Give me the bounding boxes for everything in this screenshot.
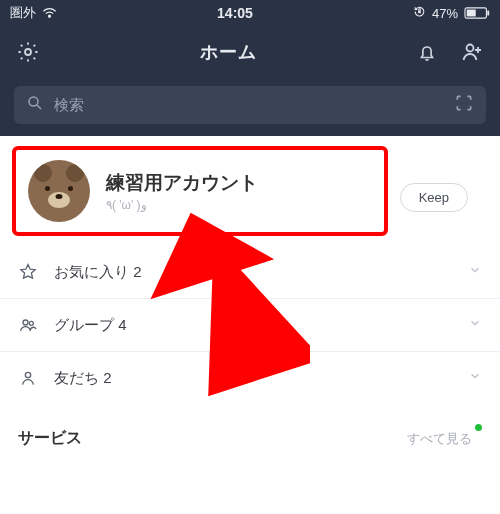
chevron-down-icon [468, 369, 482, 387]
row-groups[interactable]: グループ 4 [0, 299, 500, 352]
search-icon [26, 94, 44, 116]
status-time: 14:05 [217, 5, 253, 21]
svg-rect-1 [418, 10, 421, 13]
search-input[interactable]: 検索 [14, 86, 486, 124]
service-see-all[interactable]: すべて見る [407, 430, 482, 448]
home-list: お気に入り 2 グループ 4 友だち 2 [0, 246, 500, 404]
profile-status-msg: ٩( 'ω' )و [106, 198, 372, 212]
avatar [28, 160, 90, 222]
status-bar: 圏外 14:05 47% [0, 0, 500, 26]
friend-icon [18, 368, 40, 388]
carrier-text: 圏外 [10, 4, 36, 22]
settings-button[interactable] [16, 40, 40, 64]
row-label: 友だち 2 [54, 369, 454, 388]
status-right: 47% [413, 5, 490, 21]
row-friends[interactable]: 友だち 2 [0, 352, 500, 404]
see-all-label: すべて見る [407, 431, 472, 446]
row-label: グループ 4 [54, 316, 454, 335]
service-title: サービス [18, 428, 82, 449]
orientation-lock-icon [413, 5, 426, 21]
svg-point-5 [25, 49, 31, 55]
search-placeholder: 検索 [54, 96, 444, 115]
qr-scan-icon[interactable] [454, 93, 474, 117]
profile-card[interactable]: 練習用アカウント ٩( 'ω' )و [12, 146, 388, 236]
status-left: 圏外 [10, 4, 57, 22]
battery-pct: 47% [432, 6, 458, 21]
notifications-button[interactable] [416, 41, 438, 63]
svg-point-8 [23, 320, 28, 325]
battery-icon [464, 7, 490, 19]
row-favorites[interactable]: お気に入り 2 [0, 246, 500, 299]
chevron-down-icon [468, 316, 482, 334]
svg-point-9 [29, 321, 33, 325]
profile-text: 練習用アカウント ٩( 'ω' )و [106, 170, 372, 212]
page-title: ホーム [200, 40, 257, 64]
star-icon [18, 262, 40, 282]
wifi-icon [42, 6, 57, 21]
svg-rect-4 [487, 10, 489, 15]
svg-point-0 [49, 15, 51, 17]
svg-rect-3 [467, 10, 476, 17]
search-wrap: 検索 [0, 78, 500, 136]
svg-point-10 [25, 372, 30, 377]
row-label: お気に入り 2 [54, 263, 454, 282]
svg-point-7 [29, 97, 38, 106]
svg-point-6 [467, 45, 474, 52]
nav-header: ホーム [0, 26, 500, 78]
keep-button[interactable]: Keep [400, 183, 468, 212]
group-icon [18, 315, 40, 335]
add-friend-button[interactable] [460, 40, 484, 64]
profile-area: 練習用アカウント ٩( 'ω' )و Keep [0, 136, 500, 240]
profile-name: 練習用アカウント [106, 170, 372, 196]
new-dot-icon [475, 424, 482, 431]
service-section: サービス すべて見る [0, 404, 500, 457]
chevron-down-icon [468, 263, 482, 281]
